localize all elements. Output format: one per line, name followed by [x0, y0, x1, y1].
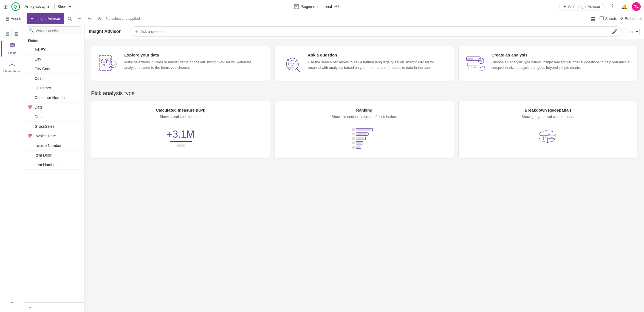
explore-illustration — [98, 53, 120, 75]
pick-analysis-section: Pick analysis type Calculated measure (K… — [91, 90, 637, 158]
nav-center: Beginner's tutorial ••• — [77, 4, 556, 9]
toggle-panel-left[interactable]: ▤ — [4, 30, 12, 37]
top-nav: ⊞ Q Analytics app Sheet ▾ Beginner's tut… — [0, 0, 644, 13]
field-item[interactable]: Cost — [24, 74, 84, 83]
search-assets-input[interactable] — [27, 26, 81, 34]
field-item[interactable]: City Code — [24, 64, 84, 74]
field-item[interactable]: Customer Number — [24, 93, 84, 103]
sidebar-item-fields[interactable]: Fields — [1, 41, 23, 57]
analysis-card-ranking[interactable]: Ranking Show dimensions in order of cont… — [275, 101, 454, 158]
redo-icon[interactable]: ↪ — [85, 14, 94, 23]
svg-point-53 — [545, 137, 546, 138]
create-title: Create an analysis — [492, 53, 631, 57]
svg-rect-48 — [352, 133, 355, 135]
main-layout: ▤ ▥ Fields Master items ← 🔍 Fields — [0, 24, 644, 312]
field-item[interactable]: GrossSales — [24, 122, 84, 131]
pick-analysis-title: Pick analysis type — [91, 90, 637, 97]
svg-rect-13 — [10, 45, 15, 46]
field-item[interactable]: City — [24, 55, 84, 64]
ask-description: Use the search bar above to ask a natura… — [308, 59, 447, 70]
svg-rect-50 — [352, 141, 355, 144]
notifications-icon[interactable]: 🔔 — [620, 2, 629, 11]
svg-rect-47 — [352, 128, 355, 131]
svg-point-23 — [103, 61, 105, 63]
svg-rect-7 — [591, 17, 593, 18]
analysis-card-kpi[interactable]: Calculated measure (KPI) Show calculated… — [91, 101, 270, 158]
field-item[interactable]: 📅Date — [24, 103, 84, 112]
field-item[interactable]: %KEY — [24, 45, 84, 55]
svg-rect-30 — [288, 69, 291, 69]
field-name: Customer Number — [35, 95, 66, 100]
insight-tab-icon: ✦ — [30, 16, 34, 21]
arrow-left-icon: ← — [28, 305, 32, 310]
microphone-icon[interactable]: 🎤 — [612, 29, 618, 35]
svg-rect-42 — [356, 137, 364, 140]
toggle-panel-right[interactable]: ▥ — [13, 30, 20, 37]
field-item[interactable]: Customer — [24, 83, 84, 93]
field-item[interactable]: Desc — [24, 112, 84, 122]
field-type-icon: 📅 — [28, 134, 32, 138]
assets-icon: ▤ — [5, 16, 10, 21]
no-selections-label: No selections applied — [106, 16, 140, 21]
field-name: Invoice Date — [35, 134, 56, 138]
tutorial-icon — [294, 4, 299, 9]
help-icon[interactable]: ? — [608, 2, 617, 11]
language-select[interactable]: en — [625, 28, 640, 35]
insight-advisor-title: Insight Advisor — [89, 29, 127, 34]
svg-rect-11 — [600, 17, 604, 20]
assets-button[interactable]: ▤ Assets — [2, 16, 26, 21]
master-items-icon — [9, 61, 15, 69]
question-bar[interactable]: ✦ 🎤 — [131, 26, 622, 37]
grid-icon[interactable]: ⊞ — [3, 3, 8, 10]
svg-rect-38 — [356, 128, 371, 131]
insight-advisor-tab[interactable]: ✦ Insight Advisor — [27, 13, 64, 24]
ranking-description: Show dimensions in order of contribution… — [332, 115, 397, 119]
search-icon[interactable] — [65, 14, 74, 23]
search-assets-container: 🔍 — [24, 24, 84, 36]
field-type-icon: 📅 — [28, 105, 32, 109]
svg-rect-4 — [295, 6, 297, 7]
explore-title: Explore your data — [124, 53, 263, 57]
collapse-sidebar-button[interactable]: ← — [1, 297, 23, 308]
kpi-value: +3.1M — [167, 129, 194, 140]
collapse-panel-button[interactable]: ← — [24, 302, 84, 312]
selections-icon[interactable]: ⊘ — [95, 14, 104, 23]
ask-insight-advisor-button[interactable]: ✦ Ask Insight Advisor — [559, 3, 605, 10]
svg-line-6 — [70, 19, 72, 21]
field-item[interactable]: 📅Invoice Date — [24, 131, 84, 141]
field-item[interactable]: Invoice Number — [24, 141, 84, 151]
edit-sheet-button[interactable]: Edit sheet — [619, 16, 642, 21]
grid-view-icon[interactable] — [589, 14, 597, 23]
kpi-visualization: +3.1M — [167, 129, 194, 147]
geospatial-description: Show geographical contributions. — [522, 115, 574, 119]
chevron-down-icon: ▾ — [69, 4, 71, 9]
create-illustration — [465, 53, 487, 75]
ranking-title: Ranking — [356, 108, 372, 112]
sheet-dropdown[interactable]: Sheet ▾ — [54, 3, 74, 10]
cards-section: Explore your data Make selections in fie… — [84, 39, 644, 171]
sheets-button[interactable]: Sheets — [600, 16, 617, 21]
more-options-icon[interactable]: ••• — [334, 4, 339, 9]
svg-point-52 — [548, 134, 550, 135]
analysis-card-geospatial[interactable]: Breakdown (geospatial) Show geographical… — [458, 101, 637, 158]
question-input[interactable] — [140, 29, 609, 34]
app-title: Analytics app — [24, 4, 49, 9]
svg-point-17 — [14, 65, 15, 66]
ranking-viz — [351, 124, 378, 152]
sparkle-icon: ✦ — [135, 29, 138, 34]
svg-rect-44 — [356, 141, 361, 144]
fields-section-label: Fields — [24, 36, 84, 45]
field-item[interactable]: Item Desc — [24, 151, 84, 160]
field-name: City Code — [35, 67, 51, 71]
sparkle-icon: ✦ — [563, 4, 566, 9]
field-list-scroll: %KEYCityCity CodeCostCustomerCustomer Nu… — [24, 45, 84, 302]
avatar[interactable]: TL — [632, 2, 641, 11]
create-text: Create an analysis Choose an analysis ty… — [492, 53, 631, 70]
svg-point-36 — [480, 60, 482, 62]
collapse-icon: ← — [10, 300, 15, 305]
kpi-description: Show calculated measure. — [160, 115, 201, 119]
field-item[interactable]: Item Number — [24, 160, 84, 170]
sidebar-item-master-items[interactable]: Master items — [1, 59, 23, 75]
field-name: %KEY — [35, 47, 46, 52]
undo-icon[interactable]: ↩ — [75, 14, 84, 23]
